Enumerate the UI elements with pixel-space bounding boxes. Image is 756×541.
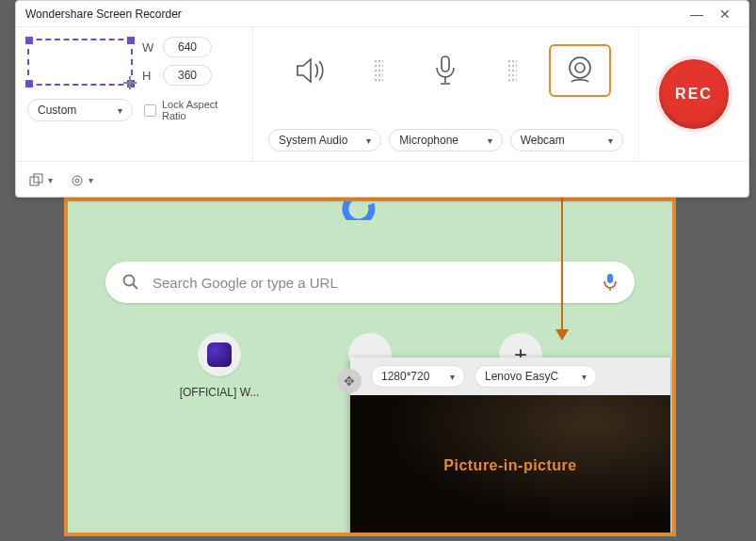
capture-region-box[interactable] — [27, 39, 133, 86]
record-section: REC — [639, 27, 748, 161]
titlebar: Wondershare Screen Recorder — ✕ — [16, 1, 748, 27]
screens-icon — [29, 173, 44, 188]
recorder-window: Wondershare Screen Recorder — ✕ W H — [15, 0, 749, 198]
capture-target-button[interactable]: ▾ — [29, 173, 53, 188]
google-logo-fragment — [342, 201, 398, 220]
drag-handle-icon[interactable] — [508, 60, 518, 81]
svg-point-7 — [124, 276, 135, 286]
devices-section: System Audio▾ Microphone▾ Webcam▾ — [253, 27, 639, 161]
settings-button[interactable]: ▾ — [70, 173, 93, 188]
drag-handle-icon[interactable] — [374, 60, 383, 81]
pip-move-handle[interactable]: ✥ — [337, 369, 362, 393]
pip-toolbar: 1280*720▾ Lenovo EasyC▾ — [350, 358, 670, 395]
capture-section: W H Custom ▾ Lock AspectRatio — [16, 27, 253, 161]
chevron-down-icon: ▾ — [608, 135, 613, 146]
chevron-down-icon: ▾ — [48, 175, 53, 185]
capture-mode-dropdown[interactable]: Custom ▾ — [27, 99, 133, 121]
search-bar[interactable]: Search Google or type a URL — [105, 262, 635, 303]
pip-caption: Picture-in-picture — [443, 457, 576, 474]
pip-resolution-dropdown[interactable]: 1280*720▾ — [371, 365, 465, 388]
footer-bar: ▾ ▾ — [16, 161, 748, 199]
minimize-button[interactable]: — — [683, 7, 711, 22]
system-audio-toggle[interactable] — [281, 44, 343, 97]
chevron-down-icon: ▾ — [118, 105, 122, 116]
search-icon — [122, 274, 139, 291]
svg-point-5 — [72, 176, 82, 185]
microphone-icon — [432, 55, 458, 87]
svg-rect-0 — [442, 56, 449, 72]
pip-panel[interactable]: ✥ 1280*720▾ Lenovo EasyC▾ Picture-in-pic… — [350, 358, 670, 533]
toolbar: W H Custom ▾ Lock AspectRatio — [16, 27, 748, 161]
svg-rect-9 — [607, 274, 613, 283]
gear-icon — [70, 173, 85, 188]
chevron-down-icon: ▾ — [488, 135, 492, 146]
height-label: H — [142, 69, 155, 83]
pip-camera-dropdown[interactable]: Lenovo EasyC▾ — [475, 365, 597, 388]
webcam-toggle[interactable] — [549, 44, 611, 97]
record-button[interactable]: REC — [659, 59, 729, 129]
voice-search-icon[interactable] — [603, 273, 618, 292]
svg-point-2 — [575, 63, 585, 72]
capture-mode-value: Custom — [38, 103, 76, 117]
filmora-icon — [207, 342, 232, 367]
pip-preview: Picture-in-picture — [350, 395, 670, 533]
search-placeholder: Search Google or type a URL — [153, 275, 589, 291]
system-audio-dropdown[interactable]: System Audio▾ — [268, 129, 381, 151]
svg-point-1 — [570, 57, 590, 78]
lock-aspect-checkbox[interactable] — [144, 104, 156, 117]
svg-point-6 — [75, 179, 79, 183]
recording-frame[interactable]: Search Google or type a URL [OFFICIAL] W… — [64, 198, 676, 536]
browser-canvas: Search Google or type a URL [OFFICIAL] W… — [68, 201, 672, 533]
webcam-dropdown[interactable]: Webcam▾ — [510, 129, 623, 151]
window-title: Wondershare Screen Recorder — [25, 8, 182, 21]
webcam-icon — [564, 56, 596, 86]
microphone-dropdown[interactable]: Microphone▾ — [389, 129, 502, 151]
chevron-down-icon: ▾ — [88, 175, 93, 185]
width-input[interactable] — [163, 37, 212, 57]
width-label: W — [142, 40, 155, 55]
shortcut-official[interactable]: [OFFICIAL] W... — [172, 333, 266, 399]
svg-line-8 — [133, 284, 137, 289]
height-input[interactable] — [163, 65, 212, 86]
microphone-toggle[interactable] — [414, 44, 476, 97]
chevron-down-icon: ▾ — [582, 372, 587, 382]
chevron-down-icon: ▾ — [366, 135, 371, 146]
close-button[interactable]: ✕ — [711, 7, 739, 22]
move-handle-icon[interactable] — [123, 76, 137, 89]
chevron-down-icon: ▾ — [450, 372, 455, 382]
lock-aspect-label: Lock AspectRatio — [162, 99, 217, 121]
speaker-icon — [295, 56, 329, 85]
